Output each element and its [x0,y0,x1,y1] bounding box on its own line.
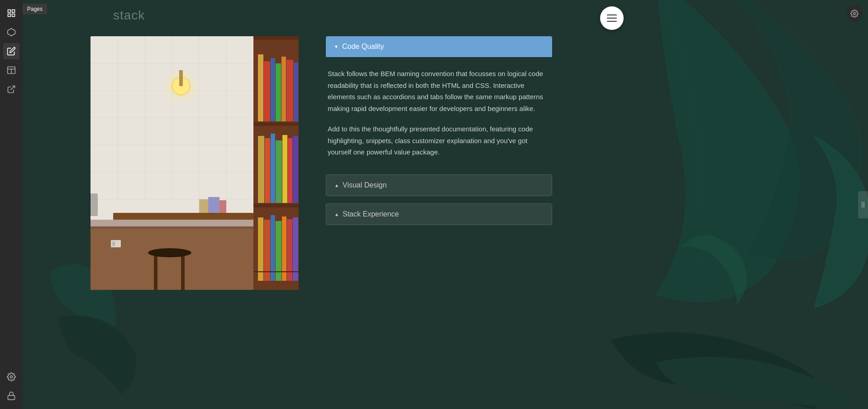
sidebar-icon-pages[interactable] [3,5,19,21]
svg-rect-50 [281,57,286,121]
content-area: ▾ Code Quality Stack follows the BEM nam… [91,0,868,409]
accordion-label-stack-experience: Stack Experience [343,210,399,218]
svg-rect-3 [12,14,15,17]
hamburger-line-2 [607,18,617,19]
svg-point-9 [10,376,13,378]
hamburger-icon [607,14,617,22]
svg-rect-30 [181,254,185,290]
accordion-header-visual-design[interactable]: ▴ Visual Design [326,174,552,196]
sidebar [0,0,23,409]
chevron-up-icon: ▴ [335,182,338,188]
accordion-label-visual-design: Visual Design [343,181,387,189]
left-edge-handle[interactable] [90,193,98,216]
svg-point-38 [165,70,197,102]
accordion-item-visual-design: ▴ Visual Design [326,174,552,196]
svg-rect-44 [253,122,299,126]
svg-rect-59 [293,136,298,203]
svg-marker-4 [8,29,15,36]
sidebar-icon-export[interactable] [3,81,19,97]
hamburger-line-1 [607,14,617,15]
sidebar-icon-layout[interactable] [3,62,19,78]
accordion-item-code-quality: ▾ Code Quality Stack follows the BEM nam… [326,36,552,167]
svg-rect-43 [253,36,299,40]
svg-rect-45 [253,204,299,207]
accordion-body-code-quality: Stack follows the BEM naming convention … [326,57,552,167]
chevron-down-icon: ▾ [335,43,338,50]
svg-rect-62 [271,215,275,281]
svg-point-31 [148,248,191,257]
svg-rect-64 [282,217,286,281]
chevron-up-icon-2: ▴ [335,211,338,217]
svg-rect-34 [219,200,226,213]
svg-rect-2 [8,14,11,17]
svg-rect-56 [276,140,282,203]
accordion-area: ▾ Code Quality Stack follows the BEM nam… [299,36,579,232]
sidebar-icon-components[interactable] [3,24,19,40]
svg-rect-67 [253,271,299,272]
accordion-body-text-2: Add to this the thoughtfully presented d… [328,123,550,158]
main-area: stack [23,0,868,409]
accordion-body-text-1: Stack follows the BEM naming convention … [328,68,550,114]
svg-rect-0 [8,10,11,13]
accordion-header-stack-experience[interactable]: ▴ Stack Experience [326,203,552,225]
stack-logo: stack [113,8,145,23]
sidebar-top [3,4,19,99]
sidebar-icon-edit[interactable] [3,43,19,59]
accordion-item-stack-experience: ▴ Stack Experience [326,203,552,225]
hamburger-line-3 [607,21,617,22]
accordion-header-code-quality[interactable]: ▾ Code Quality [326,36,552,57]
svg-rect-40 [112,241,115,246]
svg-rect-51 [286,60,293,121]
sidebar-icon-settings[interactable] [3,369,19,385]
svg-rect-47 [264,61,270,121]
pages-tab[interactable]: Pages [23,4,47,14]
svg-rect-68 [91,220,253,229]
svg-rect-46 [258,54,263,121]
svg-rect-58 [288,138,292,203]
svg-rect-52 [294,63,298,121]
svg-rect-53 [258,136,264,203]
svg-rect-29 [154,254,157,290]
sidebar-bottom [3,367,19,405]
svg-rect-33 [208,197,219,213]
svg-rect-48 [271,58,275,121]
svg-rect-28 [113,213,253,220]
svg-rect-10 [8,395,15,399]
image-block [91,36,299,290]
svg-rect-57 [282,135,287,203]
svg-line-8 [10,86,14,90]
svg-rect-49 [276,63,281,121]
svg-rect-1 [12,10,15,13]
hamburger-button[interactable] [600,6,624,30]
svg-marker-13 [92,203,95,207]
svg-rect-32 [199,199,208,213]
sidebar-icon-lock[interactable] [3,388,19,404]
accordion-label-code-quality: Code Quality [342,43,384,51]
svg-rect-54 [265,138,270,203]
scroll-handle[interactable] [858,191,868,218]
svg-rect-55 [271,134,275,203]
